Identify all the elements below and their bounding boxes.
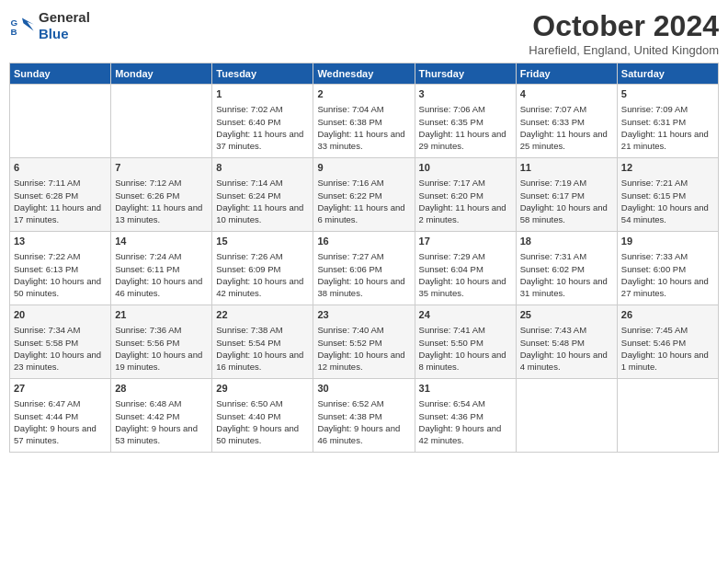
day-info: Sunrise: 7:06 AM [419,103,512,115]
calendar-cell: 17Sunrise: 7:29 AMSunset: 6:04 PMDayligh… [415,232,516,305]
day-info: Sunset: 6:04 PM [419,263,512,275]
calendar-cell: 10Sunrise: 7:17 AMSunset: 6:20 PMDayligh… [415,158,516,232]
day-number: 25 [520,308,613,322]
day-info: Daylight: 10 hours and 12 minutes. [317,349,410,373]
day-info: Sunrise: 7:14 AM [216,177,309,189]
title-block: October 2024 Harefield, England, United … [529,9,719,57]
calendar-cell: 3Sunrise: 7:06 AMSunset: 6:35 PMDaylight… [415,85,516,158]
day-info: Sunrise: 7:29 AM [419,250,512,262]
day-number: 31 [419,382,512,396]
logo-text: General [39,9,90,26]
day-number: 12 [621,161,714,175]
day-header-sunday: Sunday [10,63,111,85]
week-row-2: 6Sunrise: 7:11 AMSunset: 6:28 PMDaylight… [10,158,719,232]
calendar-cell: 29Sunrise: 6:50 AMSunset: 4:40 PMDayligh… [212,379,313,453]
day-info: Sunrise: 6:47 AM [14,397,107,409]
day-info: Daylight: 10 hours and 38 minutes. [317,275,410,300]
calendar-cell: 13Sunrise: 7:22 AMSunset: 6:13 PMDayligh… [10,232,111,305]
day-info: Sunset: 5:56 PM [115,337,208,349]
day-info: Sunrise: 7:31 AM [520,250,613,262]
day-info: Daylight: 10 hours and 50 minutes. [14,275,107,300]
day-info: Sunset: 6:06 PM [317,263,410,275]
day-info: Sunset: 6:00 PM [621,263,714,275]
day-info: Sunset: 6:35 PM [419,116,512,128]
day-number: 1 [216,87,309,101]
day-info: Sunset: 5:58 PM [14,337,107,349]
day-number: 23 [317,308,410,322]
day-info: Sunrise: 7:11 AM [14,177,107,189]
day-number: 29 [216,382,309,396]
day-info: Sunset: 6:13 PM [14,263,107,275]
day-info: Daylight: 10 hours and 54 minutes. [621,201,714,226]
day-info: Daylight: 10 hours and 31 minutes. [520,275,613,300]
day-number: 19 [621,235,714,248]
day-number: 16 [317,235,410,248]
day-number: 30 [317,382,410,396]
day-header-friday: Friday [516,63,617,85]
day-info: Sunrise: 7:19 AM [520,177,613,189]
day-info: Daylight: 9 hours and 50 minutes. [216,422,309,447]
location: Harefield, England, United Kingdom [529,43,719,57]
day-info: Sunrise: 7:02 AM [216,103,309,115]
day-info: Sunset: 6:22 PM [317,190,410,201]
day-info: Daylight: 11 hours and 6 minutes. [317,201,410,226]
day-info: Sunrise: 7:43 AM [520,324,613,336]
day-info: Sunset: 4:40 PM [216,410,309,422]
day-number: 17 [419,235,512,248]
day-number: 10 [419,161,512,175]
day-header-wednesday: Wednesday [313,63,415,85]
day-number: 26 [621,308,714,322]
day-number: 14 [115,235,208,248]
day-info: Sunrise: 7:09 AM [621,103,714,115]
day-info: Sunrise: 7:07 AM [520,103,613,115]
calendar-cell: 18Sunrise: 7:31 AMSunset: 6:02 PMDayligh… [516,232,617,305]
calendar-cell: 6Sunrise: 7:11 AMSunset: 6:28 PMDaylight… [10,158,111,232]
day-info: Sunrise: 7:45 AM [621,324,714,336]
day-info: Sunset: 6:17 PM [520,190,613,201]
day-number: 28 [115,382,208,396]
day-info: Sunset: 6:31 PM [621,116,714,128]
day-header-tuesday: Tuesday [212,63,313,85]
calendar-cell [617,379,718,453]
day-info: Sunrise: 7:41 AM [419,324,512,336]
day-info: Daylight: 11 hours and 13 minutes. [115,201,208,226]
day-info: Sunset: 5:48 PM [520,337,613,349]
day-info: Sunset: 6:38 PM [317,116,410,128]
calendar-cell: 24Sunrise: 7:41 AMSunset: 5:50 PMDayligh… [415,305,516,379]
day-number: 27 [14,382,107,396]
month-title: October 2024 [529,9,719,43]
day-header-monday: Monday [111,63,212,85]
calendar-cell: 19Sunrise: 7:33 AMSunset: 6:00 PMDayligh… [617,232,718,305]
day-info: Sunset: 4:42 PM [115,410,208,422]
day-info: Sunrise: 7:36 AM [115,324,208,336]
calendar-cell [10,85,111,158]
day-info: Daylight: 11 hours and 33 minutes. [317,128,410,153]
calendar-cell: 5Sunrise: 7:09 AMSunset: 6:31 PMDaylight… [617,85,718,158]
calendar-cell [516,379,617,453]
day-info: Daylight: 9 hours and 53 minutes. [115,422,208,447]
day-number: 8 [216,161,309,175]
calendar-cell: 11Sunrise: 7:19 AMSunset: 6:17 PMDayligh… [516,158,617,232]
day-info: Sunset: 6:09 PM [216,263,309,275]
day-number: 21 [115,308,208,322]
day-info: Sunset: 5:54 PM [216,337,309,349]
page-header: G B General Blue October 2024 Harefield,… [9,9,719,57]
calendar-cell: 1Sunrise: 7:02 AMSunset: 6:40 PMDaylight… [212,85,313,158]
day-info: Sunset: 6:24 PM [216,190,309,201]
calendar-cell: 27Sunrise: 6:47 AMSunset: 4:44 PMDayligh… [10,379,111,453]
day-info: Sunrise: 6:50 AM [216,397,309,409]
day-info: Sunset: 6:20 PM [419,190,512,201]
day-info: Sunrise: 7:12 AM [115,177,208,189]
day-info: Daylight: 11 hours and 10 minutes. [216,201,309,226]
calendar-cell: 23Sunrise: 7:40 AMSunset: 5:52 PMDayligh… [313,305,415,379]
day-info: Daylight: 10 hours and 16 minutes. [216,349,309,373]
day-info: Daylight: 10 hours and 42 minutes. [216,275,309,300]
day-info: Daylight: 9 hours and 46 minutes. [317,422,410,447]
day-info: Daylight: 9 hours and 57 minutes. [14,422,107,447]
day-info: Sunrise: 7:34 AM [14,324,107,336]
day-info: Daylight: 11 hours and 21 minutes. [621,128,714,153]
calendar-cell: 30Sunrise: 6:52 AMSunset: 4:38 PMDayligh… [313,379,415,453]
day-info: Sunrise: 7:40 AM [317,324,410,336]
day-number: 20 [14,308,107,322]
day-number: 7 [115,161,208,175]
